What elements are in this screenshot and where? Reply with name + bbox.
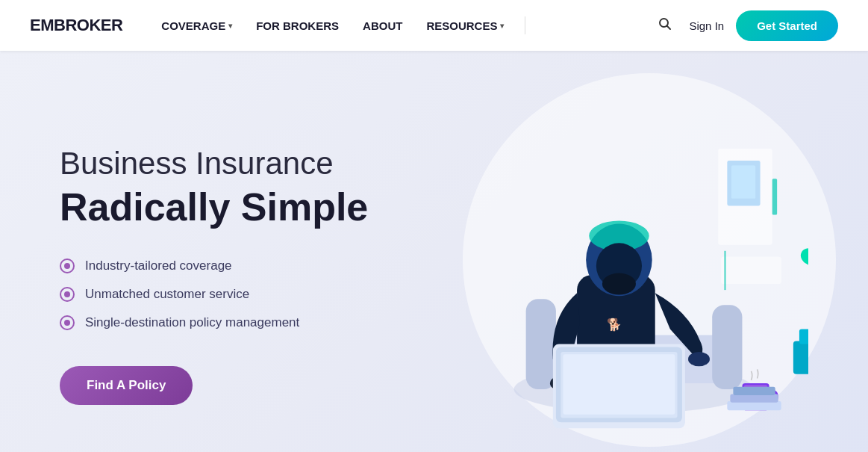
nav-coverage[interactable]: COVERAGE ▾ (152, 13, 241, 38)
bullet-dot-3 (64, 320, 70, 326)
hero-section: Business Insurance Radically Simple Indu… (0, 51, 868, 452)
search-icon (658, 19, 672, 34)
svg-rect-26 (563, 354, 675, 415)
feature-text-1: Industry-tailored coverage (85, 258, 232, 273)
nav-right: Sign In Get Started (653, 10, 838, 41)
deco-right (719, 111, 808, 452)
navbar: EMBROKER COVERAGE ▾ FOR BROKERS ABOUT RE… (0, 0, 868, 51)
feature-item-2: Unmatched customer service (60, 287, 448, 302)
svg-line-1 (667, 25, 671, 29)
nav-for-brokers[interactable]: FOR BROKERS (247, 13, 348, 38)
feature-text-3: Single-destination policy management (85, 315, 299, 330)
hero-content: Business Insurance Radically Simple Indu… (60, 145, 448, 405)
get-started-button[interactable]: Get Started (736, 10, 838, 41)
svg-point-17 (688, 352, 710, 366)
bullet-dot-2 (64, 291, 70, 297)
signin-link[interactable]: Sign In (689, 19, 724, 32)
coverage-dropdown-arrow: ▾ (228, 22, 232, 30)
bullet-dot-1 (64, 263, 70, 269)
svg-point-22 (602, 273, 636, 295)
feature-item-1: Industry-tailored coverage (60, 258, 448, 273)
logo[interactable]: EMBROKER (30, 16, 122, 35)
svg-rect-10 (526, 299, 556, 389)
search-button[interactable] (653, 12, 677, 40)
feature-list: Industry-tailored coverage Unmatched cus… (60, 258, 448, 330)
svg-text:🐕: 🐕 (607, 318, 622, 332)
bullet-icon-3 (60, 315, 75, 330)
hero-illustration: XX 🐕 (448, 96, 808, 452)
feature-item-3: Single-destination policy management (60, 315, 448, 330)
hero-title: Radically Simple (60, 186, 448, 229)
bullet-icon-1 (60, 258, 75, 273)
nav-divider (525, 16, 525, 34)
nav-links: COVERAGE ▾ FOR BROKERS ABOUT RESOURCES ▾ (152, 13, 653, 38)
bullet-icon-2 (60, 287, 75, 302)
nav-resources[interactable]: RESOURCES ▾ (417, 13, 513, 38)
resources-dropdown-arrow: ▾ (500, 22, 504, 30)
feature-text-2: Unmatched customer service (85, 287, 249, 302)
nav-about[interactable]: ABOUT (354, 13, 411, 38)
find-policy-button[interactable]: Find A Policy (60, 366, 193, 405)
hero-subtitle: Business Insurance (60, 145, 448, 182)
